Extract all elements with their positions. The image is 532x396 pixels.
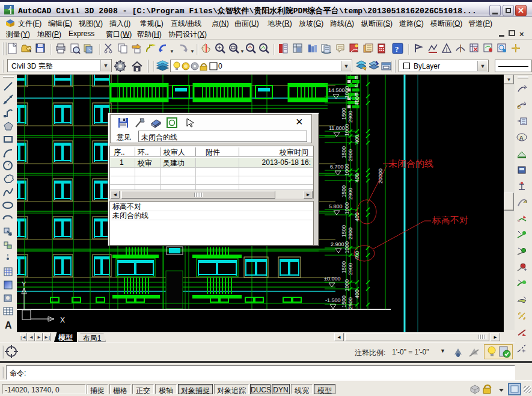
svg-text:-1.500: -1.500 [325, 297, 341, 303]
svg-text:▼: ▼ [240, 49, 245, 54]
svg-text:1000: 1000 [344, 241, 350, 253]
svg-text:2900: 2900 [347, 263, 353, 275]
svg-text:2900: 2900 [347, 149, 353, 161]
svg-text:6.700: 6.700 [330, 164, 344, 170]
svg-text:2900: 2900 [347, 111, 353, 123]
svg-text:Y: Y [22, 280, 26, 288]
svg-text:1500: 1500 [341, 225, 347, 237]
svg-text:2900: 2900 [347, 188, 353, 200]
svg-text:400: 400 [354, 96, 360, 105]
svg-text:1000: 1000 [344, 202, 350, 214]
svg-text:A: A [519, 135, 524, 141]
svg-text:?: ? [395, 45, 399, 54]
svg-text:标高不对: 标高不对 [432, 215, 468, 225]
svg-text:±0.000: ±0.000 [324, 276, 340, 282]
svg-text:1000: 1000 [344, 124, 350, 136]
svg-text:1000: 1000 [344, 164, 350, 176]
svg-text:1500: 1500 [341, 185, 347, 197]
svg-text:400: 400 [354, 289, 360, 299]
svg-text:1500: 1500 [341, 261, 347, 273]
svg-text:11.800: 11.800 [329, 125, 345, 131]
svg-text:未闭合的线: 未闭合的线 [388, 158, 433, 169]
svg-text:▼: ▼ [190, 49, 195, 54]
svg-text:A: A [5, 320, 12, 330]
svg-text:2900: 2900 [347, 227, 353, 240]
svg-text:14.500: 14.500 [328, 87, 345, 93]
svg-text:1500: 1500 [341, 108, 347, 120]
svg-text:2900: 2900 [347, 297, 353, 309]
svg-text:▼: ▼ [170, 49, 174, 54]
svg-text:5.800: 5.800 [329, 203, 343, 209]
svg-text:400: 400 [354, 173, 360, 182]
svg-text:1500: 1500 [341, 295, 347, 308]
svg-text:1000: 1000 [344, 86, 350, 98]
svg-text:1500: 1500 [341, 146, 347, 158]
svg-text:1000: 1000 [344, 279, 350, 291]
svg-text:X: X [60, 316, 65, 324]
svg-text:2.900: 2.900 [331, 241, 344, 247]
svg-text:400: 400 [354, 135, 360, 144]
